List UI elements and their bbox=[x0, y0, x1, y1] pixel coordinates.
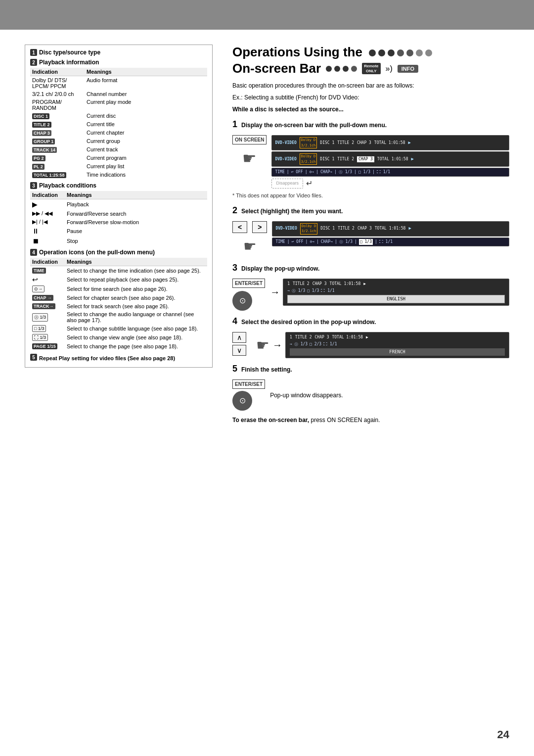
nav-right-button[interactable]: > bbox=[252, 221, 267, 233]
table-row: PAGE 1/15 Select to change the page (see… bbox=[30, 342, 207, 350]
icon-cell: ▶▶ / ◀◀ bbox=[30, 209, 65, 218]
step5-label: Finish the setting. bbox=[241, 365, 292, 374]
meaning-cell: Forward/Reverse slow-motion bbox=[65, 218, 207, 226]
nav-left-button[interactable]: < bbox=[232, 221, 247, 233]
table-row: PROGRAM/ RANDOM Current play mode bbox=[30, 98, 207, 112]
s4-audio2: ㋕ 1/3 bbox=[294, 341, 308, 347]
track-badge: TRACK 14 bbox=[32, 147, 57, 153]
screen-row-3: TIME | ↩ OFF | ⊙→ | CHAP→ | ㋕ 1/3 | □ 1/… bbox=[271, 168, 509, 177]
s4-arrow: ▶ bbox=[366, 334, 368, 340]
section-num-5: 5 bbox=[30, 354, 37, 361]
step2-row: < > ☛ DVD-VIDEO Dolby D3/2.1ch DISC 1 TI… bbox=[232, 221, 509, 257]
track-arrow-badge: TRACK→ bbox=[32, 303, 55, 309]
meaning-cell: Forward/Reverse search bbox=[65, 209, 207, 218]
screen-src-2: DVD-VIDEO bbox=[275, 156, 296, 162]
s3-title: TITLE 2 bbox=[293, 281, 310, 287]
dot-4 bbox=[397, 49, 404, 56]
title-badge: TITLE 2 bbox=[32, 122, 51, 128]
indication-cell: DISC 1 bbox=[30, 112, 85, 120]
down-button[interactable]: ∨ bbox=[232, 345, 246, 356]
sub-sep: | bbox=[287, 169, 289, 175]
meaning-cell: Channel number bbox=[85, 90, 207, 98]
table-row: ⛶ 1/3 Select to change view angle (see a… bbox=[30, 333, 207, 342]
table-row: TITLE 2 Current title bbox=[30, 120, 207, 129]
table-row: PL 2 Current play list bbox=[30, 162, 207, 171]
info-badge: INFO bbox=[398, 65, 418, 73]
dot-6 bbox=[416, 49, 423, 56]
screen-row-1: DVD-VIDEO Dolby D3/2.1ch DISC 1 TITLE 2 … bbox=[271, 135, 509, 150]
screen-title: TITLE 2 bbox=[337, 140, 354, 146]
angle-icon: ⛶ 1/3 bbox=[32, 334, 48, 341]
step3-popup-lang: ENGLISH bbox=[287, 295, 505, 304]
table-row: ⏸ Pause bbox=[30, 226, 207, 236]
icon-cell: ⛶ 1/3 bbox=[30, 333, 65, 342]
indication-cell: TITLE 2 bbox=[30, 120, 85, 129]
step5-number: 5 bbox=[232, 362, 237, 376]
up-down-buttons: ∧ ∨ bbox=[232, 332, 246, 356]
table-row: DISC 1 Current disc bbox=[30, 112, 207, 120]
operations-title-row: Operations Using the bbox=[232, 45, 509, 60]
meaning-cell: Select to change subtitle language (see … bbox=[65, 324, 207, 333]
s2-ts: ⊙→ bbox=[310, 239, 314, 245]
table-row: ㋕ 1/3 Select to change the audio languag… bbox=[30, 310, 207, 324]
title-text-1: Operations Using the bbox=[232, 45, 362, 59]
operation-icons-table: Indication Meanings TIME Select to chang… bbox=[30, 258, 207, 350]
meaning-cell: Playback bbox=[65, 199, 207, 210]
hand-icon-2: ☛ bbox=[232, 235, 267, 257]
screen-src: DVD-VIDEO bbox=[275, 140, 296, 146]
indication-cell: PG 2 bbox=[30, 154, 85, 162]
s3-audio2: ㋕ 1/3 bbox=[292, 288, 305, 294]
screen-arrow-2: ▶ bbox=[411, 156, 413, 163]
meaning-cell: Pause bbox=[65, 226, 207, 236]
page-number: 24 bbox=[497, 728, 509, 741]
table-row: □ 1/3 Select to change subtitle language… bbox=[30, 324, 207, 333]
pg-badge: PG 2 bbox=[32, 155, 45, 161]
dot-7 bbox=[425, 49, 432, 56]
step1-instruction: 1 Display the on-screen bar with the pul… bbox=[232, 118, 509, 131]
group-badge: GROUP 1 bbox=[32, 139, 55, 144]
dot2-3 bbox=[343, 66, 349, 72]
s3-angle2: ⛶ 1/1 bbox=[321, 288, 334, 294]
sub-sep6: | bbox=[372, 169, 375, 175]
s2-title: TITLE 2 bbox=[338, 226, 355, 232]
indication-cell: PROGRAM/ RANDOM bbox=[30, 98, 85, 112]
s3-arrow: ▶ bbox=[363, 281, 366, 287]
meaning-cell: Select for track search (see also page 2… bbox=[65, 302, 207, 310]
finish-row: ENTER/SET ⊙ Pop-up window disappears. bbox=[232, 379, 509, 411]
dot-2 bbox=[378, 49, 385, 56]
meaning-cell: Current chapter bbox=[85, 129, 207, 137]
step3-number: 3 bbox=[232, 261, 237, 275]
dot-1 bbox=[369, 49, 376, 56]
icon-cell: ⊙→ bbox=[30, 284, 65, 293]
subtitle-icon: □ 1/3 bbox=[32, 325, 46, 332]
meaning-cell: Select for time search (see also page 26… bbox=[65, 284, 207, 293]
top-bar bbox=[0, 0, 534, 30]
section-num-3: 3 bbox=[30, 182, 37, 189]
icon-cell: ▶| / |◀ bbox=[30, 218, 65, 226]
section-1-header: 1 Disc type/source type bbox=[30, 49, 207, 56]
s2-angle: ⛶ 1/1 bbox=[379, 239, 393, 245]
meaning-cell: Stop bbox=[65, 236, 207, 246]
col-indication-2: Indication bbox=[30, 191, 65, 199]
table-row: TIME Select to change the time indicatio… bbox=[30, 266, 207, 275]
total-badge: TOTAL 1:25:58 bbox=[32, 172, 66, 178]
s2-sep6: | bbox=[375, 239, 377, 245]
sub-time-search: ⊙→ bbox=[309, 169, 314, 175]
s2-sep: | bbox=[287, 239, 290, 245]
time-badge: TIME bbox=[32, 268, 46, 274]
s3-sub2: □ 1/3 bbox=[307, 288, 319, 294]
s4-title: TITLE 2 bbox=[295, 334, 312, 340]
screen-chap: CHAP 3 bbox=[357, 140, 371, 146]
up-button[interactable]: ∧ bbox=[232, 332, 246, 343]
section-num-2: 2 bbox=[30, 59, 37, 66]
s4-sub2: □ 2/3 bbox=[310, 341, 321, 347]
step3-row: ENTER/SET ⊙ → 1 TITLE 2 CHAP 3 TOTA bbox=[232, 279, 509, 311]
icon-cell: PAGE 1/15 bbox=[30, 342, 65, 350]
table-row: ▶ Playback bbox=[30, 199, 207, 210]
section-3-header: 3 Playback conditions bbox=[30, 182, 207, 189]
dot-3 bbox=[388, 49, 395, 56]
meaning-cell: Select to change the audio language or c… bbox=[65, 310, 207, 324]
while-disc-text: While a disc is selected as the source..… bbox=[232, 105, 509, 114]
screen-disc: DISC 1 bbox=[320, 140, 334, 146]
disappears-box: Disappears bbox=[271, 179, 303, 189]
